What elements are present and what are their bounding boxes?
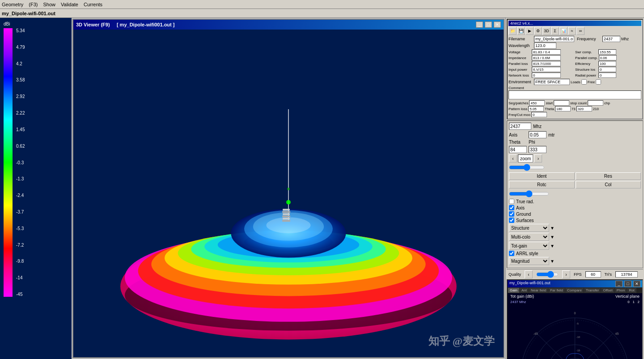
nec-env-row: Environment Loads Free xyxy=(508,79,641,85)
magnitude-dropdown[interactable]: Magnitud xyxy=(509,257,549,265)
3d-viewer-window: 3D Viewer (F9) [ my_Dipole-wifi001.out ]… xyxy=(72,19,504,358)
theta-phi-row: Theta Phi xyxy=(509,140,641,145)
phi-input[interactable] xyxy=(529,146,547,153)
polar-minimize[interactable]: _ xyxy=(615,281,623,287)
zoom-right-btn[interactable]: › xyxy=(534,154,542,162)
ground-checkbox[interactable] xyxy=(509,211,514,217)
polar-close[interactable]: ✕ xyxy=(633,281,640,287)
surfaces-checkbox[interactable] xyxy=(509,218,514,223)
nec-phi2-val[interactable] xyxy=(576,106,592,111)
tris-input[interactable]: 13784 xyxy=(615,271,638,278)
theta-input[interactable] xyxy=(509,146,527,153)
zoom-slider[interactable] xyxy=(509,164,545,171)
scale-val-8: -0.3 xyxy=(16,160,25,165)
nec-wavelength-input[interactable] xyxy=(534,43,556,49)
tab-compare[interactable]: Compare xyxy=(565,288,584,293)
true-rad-checkbox[interactable] xyxy=(509,199,514,204)
scale-val-5: 2.22 xyxy=(16,111,25,115)
tb-calc[interactable]: Σ xyxy=(551,27,559,35)
nec-seg-val[interactable] xyxy=(529,100,545,106)
polar-plot-area[interactable]: 0 90 180 -90 45 -45 135 -135 -5 -10 -15 … xyxy=(508,304,642,359)
minimize-button[interactable]: _ xyxy=(476,21,483,28)
nec-inpow-val[interactable] xyxy=(532,67,561,72)
menu-validate[interactable]: Validate xyxy=(61,2,78,7)
nec-loads-cb[interactable] xyxy=(581,79,587,85)
tb-plot[interactable]: 📊 xyxy=(559,27,568,35)
axis-input[interactable] xyxy=(529,131,547,138)
view-slider[interactable] xyxy=(509,190,549,197)
nec-imp-val[interactable] xyxy=(532,55,561,60)
arrl-row: ARRL style xyxy=(509,251,641,256)
tb-far[interactable]: ∞ xyxy=(576,27,585,35)
nec-swr-val[interactable] xyxy=(598,49,616,55)
nec-comment-box[interactable] xyxy=(508,90,641,99)
fps-input[interactable]: 60 xyxy=(585,271,601,278)
nec-radpow-val[interactable] xyxy=(598,73,616,78)
action-buttons: Ident Res Rotc Col xyxy=(509,172,641,188)
tab-phon[interactable]: Phon xyxy=(615,288,627,293)
surfaces-row: Surfaces xyxy=(509,218,641,223)
nec-strloss-val[interactable] xyxy=(598,67,616,72)
nec-env-val[interactable] xyxy=(534,79,570,85)
tab-far-field[interactable]: Far field xyxy=(548,288,565,293)
tb-3d[interactable]: 3D xyxy=(542,27,551,35)
multicolor-dropdown[interactable]: Multi-colo xyxy=(509,233,549,241)
nec-pat-val[interactable] xyxy=(528,106,544,111)
arrl-checkbox[interactable] xyxy=(509,251,514,256)
polar-svg: 0 90 180 -90 45 -45 135 -135 -5 -10 -15 … xyxy=(508,304,642,359)
quality-right-btn[interactable]: › xyxy=(562,270,570,278)
nec-stop-val[interactable] xyxy=(588,100,603,106)
nec-freq-input[interactable] xyxy=(602,36,620,42)
structure-dropdown[interactable]: Structure xyxy=(509,224,549,232)
zoom-left-btn[interactable]: ‹ xyxy=(509,154,517,162)
axis-row: Axis mtr xyxy=(509,131,641,138)
nec-parloss-val[interactable] xyxy=(532,61,561,66)
nec-theta-val[interactable] xyxy=(555,106,571,111)
tb-settings[interactable]: ⚙ xyxy=(534,27,542,35)
svg-rect-22 xyxy=(282,220,290,222)
res-button[interactable]: Res xyxy=(576,172,641,180)
col-button[interactable]: Col xyxy=(576,181,641,188)
tab-near-field[interactable]: Near field xyxy=(529,288,548,293)
tab-gain[interactable]: Gain xyxy=(508,288,519,293)
nec-voltage-val[interactable] xyxy=(532,49,561,55)
maximize-button[interactable]: □ xyxy=(485,21,492,28)
tb-save[interactable]: 💾 xyxy=(517,27,525,35)
nec-impedance: Impedance xyxy=(508,55,575,60)
nec-filename-input[interactable] xyxy=(534,36,574,42)
nec-parcomp-val[interactable] xyxy=(599,55,617,60)
tb-open[interactable]: 📁 xyxy=(508,27,517,35)
quality-slider[interactable] xyxy=(536,271,559,278)
3d-scene[interactable]: 知乎 @麦文学 xyxy=(73,30,504,357)
ident-button[interactable]: Ident xyxy=(509,172,575,180)
polar-maximize[interactable]: □ xyxy=(624,281,631,287)
tab-offset[interactable]: Offset xyxy=(601,288,614,293)
tab-transfer[interactable]: Transfer xyxy=(584,288,601,293)
rotc-button[interactable]: Rotc xyxy=(509,181,575,188)
quality-left-btn[interactable]: ‹ xyxy=(525,270,533,278)
nec-netloss-val[interactable] xyxy=(532,73,561,78)
tab-ant[interactable]: Ant xyxy=(520,288,529,293)
tab-rot[interactable]: Rot xyxy=(627,288,636,293)
totgain-dropdown[interactable]: Tot-gain xyxy=(509,242,549,250)
svg-text:-15: -15 xyxy=(576,349,580,352)
nec-start-val[interactable] xyxy=(554,100,569,106)
close-button[interactable]: ✕ xyxy=(494,21,501,28)
scale-val-12: -5.3 xyxy=(16,226,25,231)
zoom-row: ‹ zoom › xyxy=(509,154,641,162)
polar-vert-plane: Vertical plane xyxy=(615,294,640,299)
tb-run[interactable]: ▶ xyxy=(525,27,534,35)
svg-text:-5: -5 xyxy=(576,322,579,325)
menu-geometry[interactable]: Geometry xyxy=(2,2,23,7)
nec-freqcut-val[interactable] xyxy=(531,112,547,117)
nec-free-cb[interactable] xyxy=(596,79,601,85)
menu-show[interactable]: Show xyxy=(43,2,55,7)
scale-val-6: 1.45 xyxy=(16,127,25,132)
scale-val-16: -45 xyxy=(16,292,25,297)
nec-input-power: Input power xyxy=(508,67,575,72)
nec-eff-val[interactable] xyxy=(598,61,616,66)
freq-input[interactable] xyxy=(509,123,531,130)
axis-checkbox[interactable] xyxy=(509,205,514,210)
menu-currents[interactable]: Currents xyxy=(84,2,102,7)
tb-near[interactable]: ≈ xyxy=(568,27,576,35)
